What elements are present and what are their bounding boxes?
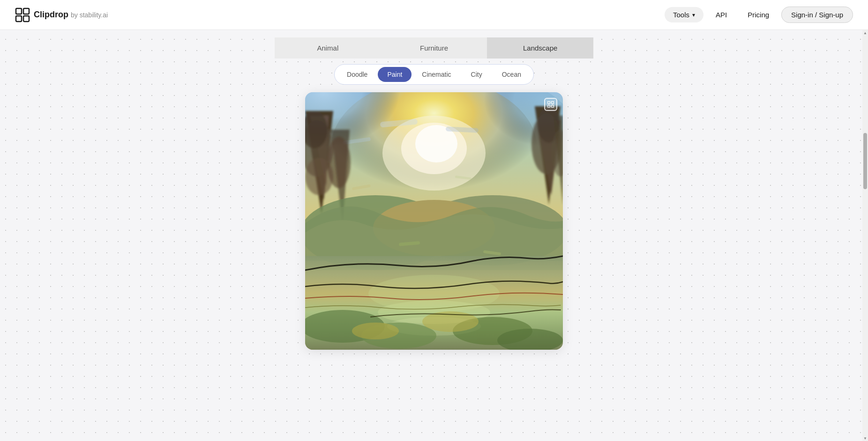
- tools-label: Tools: [673, 11, 689, 19]
- category-tab-landscape[interactable]: Landscape: [487, 37, 593, 59]
- style-tab-cinematic[interactable]: Cinematic: [412, 67, 460, 82]
- style-tab-city[interactable]: City: [462, 67, 492, 82]
- style-tab-paint[interactable]: Paint: [378, 67, 412, 82]
- signin-button[interactable]: Sign-in / Sign-up: [781, 7, 853, 23]
- style-tabs: Doodle Paint Cinematic City Ocean: [334, 64, 534, 85]
- logo-by-text: by stability.ai: [71, 11, 108, 19]
- logo-icon: [15, 7, 30, 22]
- header-nav: Tools ▾ API Pricing Sign-in / Sign-up: [665, 7, 853, 23]
- focus-svg-icon: [547, 101, 554, 108]
- scrollbar-track: ▲ ▼: [862, 30, 868, 441]
- svg-rect-1: [23, 8, 29, 14]
- painting-svg: [305, 92, 563, 350]
- tools-button[interactable]: Tools ▾: [665, 7, 703, 22]
- svg-rect-48: [552, 105, 554, 108]
- main-content: Animal Furniture Landscape Doodle Paint …: [0, 0, 868, 350]
- svg-rect-46: [552, 102, 554, 104]
- style-tab-ocean[interactable]: Ocean: [493, 67, 531, 82]
- svg-rect-3: [23, 16, 29, 22]
- focus-icon[interactable]: [544, 98, 557, 111]
- svg-rect-0: [16, 8, 22, 14]
- category-tab-furniture[interactable]: Furniture: [381, 37, 487, 59]
- category-tabs: Animal Furniture Landscape: [275, 37, 593, 59]
- svg-point-21: [327, 137, 351, 188]
- scrollbar-arrow-up[interactable]: ▲: [862, 30, 868, 36]
- chevron-down-icon: ▾: [692, 12, 695, 18]
- api-link[interactable]: API: [707, 7, 735, 22]
- svg-rect-45: [548, 102, 550, 104]
- style-tab-doodle[interactable]: Doodle: [337, 67, 377, 82]
- svg-rect-2: [16, 16, 22, 22]
- scrollbar-thumb[interactable]: [863, 133, 867, 189]
- svg-point-40: [352, 323, 399, 339]
- logo-text: Clipdrop by stability.ai: [34, 10, 108, 20]
- header: Clipdrop by stability.ai Tools ▾ API Pri…: [0, 0, 868, 30]
- category-tab-animal[interactable]: Animal: [275, 37, 381, 59]
- logo-area: Clipdrop by stability.ai: [15, 7, 108, 22]
- scrollbar-arrow-down[interactable]: ▼: [862, 435, 868, 441]
- generated-image-container: [305, 92, 563, 350]
- pricing-link[interactable]: Pricing: [739, 7, 778, 22]
- svg-rect-47: [548, 105, 550, 108]
- image-canvas: [305, 92, 563, 350]
